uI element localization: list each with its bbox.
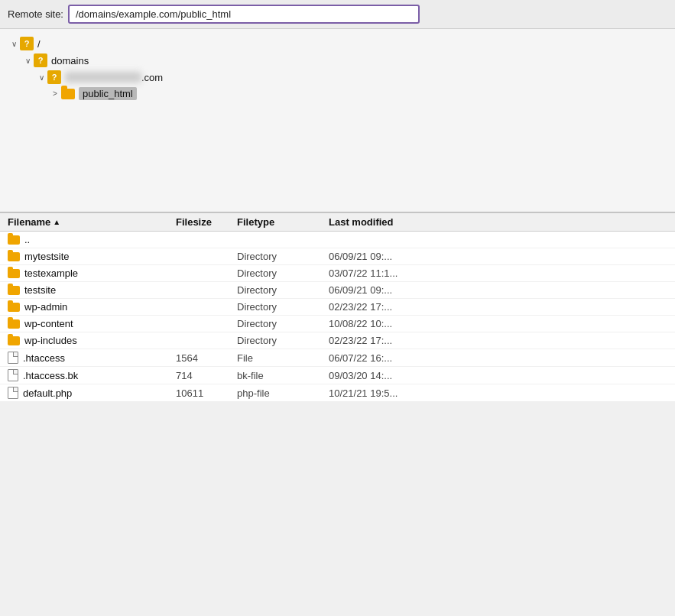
modified-cell: 06/09/21 09:... [329, 284, 667, 296]
folder-icon [8, 336, 20, 345]
col-filetype: Filetype [237, 216, 329, 228]
tree-item-public-html[interactable]: > public_html [8, 86, 667, 102]
table-row[interactable]: .htaccess.bk 714 bk-file 09/03/20 14:... [0, 367, 675, 384]
filename-label: .htaccess.bk [23, 370, 78, 381]
modified-cell: 10/21/21 19:5... [329, 387, 667, 399]
tree-label: public_html [79, 87, 137, 100]
table-row[interactable]: mytestsite Directory 06/09/21 09:... [0, 248, 675, 265]
filesize-cell: 1564 [176, 352, 237, 364]
filename-label: testsite [24, 284, 56, 296]
filetype-cell: Directory [237, 335, 329, 346]
sort-arrow-icon: ▲ [53, 218, 60, 226]
col-filename: Filename ▲ [8, 216, 176, 228]
tree-item-domains[interactable]: ∨ ? domains [8, 52, 667, 69]
filesize-cell: 10611 [176, 387, 237, 399]
table-row[interactable]: wp-admin Directory 02/23/22 17:... [0, 299, 675, 316]
filename-cell: wp-content [8, 318, 176, 329]
tree-item-domain[interactable]: ∨ ? .com [8, 69, 667, 86]
filename-cell: default.php [8, 387, 176, 399]
filename-label: testexample [24, 267, 78, 279]
filetype-cell: Directory [237, 318, 329, 329]
tree-label: domains [51, 55, 89, 66]
col-filetype-label: Filetype [237, 216, 274, 228]
col-modified-label: Last modified [329, 216, 394, 228]
tree-area: ∨ ? / ∨ ? domains ∨ ? .com > public_html [0, 29, 675, 212]
arrow-icon: ∨ [21, 57, 34, 65]
remote-site-input[interactable] [68, 5, 420, 24]
file-list-body: .. mytestsite Directory 06/09/21 09:... [0, 232, 675, 402]
table-row[interactable]: testsite Directory 06/09/21 09:... [0, 282, 675, 299]
file-list-header: Filename ▲ Filesize Filetype Last modifi… [0, 213, 675, 232]
filename-label: .. [24, 234, 30, 245]
filetype-cell: Directory [237, 267, 329, 279]
remote-site-bar: Remote site: [0, 0, 675, 29]
table-row[interactable]: default.php 10611 php-file 10/21/21 19:5… [0, 384, 675, 402]
filename-cell: .. [8, 234, 176, 245]
filetype-cell: Directory [237, 251, 329, 262]
file-icon [8, 352, 18, 364]
tree-item-root[interactable]: ∨ ? / [8, 35, 667, 52]
table-row[interactable]: testexample Directory 03/07/22 11:1... [0, 265, 675, 282]
tree-label: / [37, 38, 41, 50]
col-filesize-label: Filesize [176, 216, 212, 228]
question-icon: ? [20, 37, 34, 50]
modified-cell: 06/09/21 09:... [329, 251, 667, 262]
folder-icon [8, 252, 20, 261]
tree-label [65, 72, 141, 83]
remote-panel: Remote site: ∨ ? / ∨ ? domains ∨ ? .com … [0, 0, 675, 402]
folder-icon [8, 269, 20, 278]
filename-cell: .htaccess.bk [8, 369, 176, 381]
filename-cell: .htaccess [8, 352, 176, 364]
arrow-icon: > [49, 89, 61, 98]
col-filename-label: Filename [8, 216, 50, 228]
filename-label: wp-admin [24, 301, 67, 313]
filetype-cell: bk-file [237, 370, 329, 381]
col-modified: Last modified [329, 216, 667, 228]
folder-icon [8, 286, 20, 295]
folder-icon [8, 235, 20, 245]
filename-label: .htaccess [23, 352, 65, 364]
remote-site-label: Remote site: [8, 8, 63, 20]
modified-cell: 09/03/20 14:... [329, 370, 667, 381]
filename-label: mytestsite [24, 251, 70, 262]
filename-cell: wp-admin [8, 301, 176, 313]
filename-label: wp-content [24, 318, 73, 329]
filetype-cell: php-file [237, 387, 329, 399]
filetype-cell: Directory [237, 284, 329, 296]
arrow-icon: ∨ [8, 40, 20, 48]
modified-cell: 03/07/22 11:1... [329, 267, 667, 279]
filename-cell: testsite [8, 284, 176, 296]
filetype-cell: Directory [237, 301, 329, 313]
filename-label: default.php [23, 387, 72, 399]
arrow-icon: ∨ [35, 73, 47, 82]
folder-icon [8, 303, 20, 312]
filename-cell: testexample [8, 267, 176, 279]
filename-cell: mytestsite [8, 251, 176, 262]
question-icon: ? [47, 70, 61, 84]
filename-cell: wp-includes [8, 335, 176, 346]
table-row[interactable]: .. [0, 232, 675, 248]
file-icon [8, 369, 18, 381]
modified-cell: 02/23/22 17:... [329, 301, 667, 313]
modified-cell: 10/08/22 10:... [329, 318, 667, 329]
folder-icon [61, 89, 75, 99]
folder-icon [8, 319, 20, 329]
table-row[interactable]: wp-content Directory 10/08/22 10:... [0, 316, 675, 332]
modified-cell: 02/23/22 17:... [329, 335, 667, 346]
table-row[interactable]: wp-includes Directory 02/23/22 17:... [0, 332, 675, 349]
filesize-cell: 714 [176, 370, 237, 381]
tree-label-com: .com [141, 72, 163, 83]
file-list-area: Filename ▲ Filesize Filetype Last modifi… [0, 212, 675, 402]
modified-cell: 06/07/22 16:... [329, 352, 667, 364]
filetype-cell: File [237, 352, 329, 364]
file-icon [8, 387, 18, 399]
question-icon: ? [34, 53, 47, 67]
col-filesize: Filesize [176, 216, 237, 228]
table-row[interactable]: .htaccess 1564 File 06/07/22 16:... [0, 349, 675, 367]
filename-label: wp-includes [24, 335, 77, 346]
